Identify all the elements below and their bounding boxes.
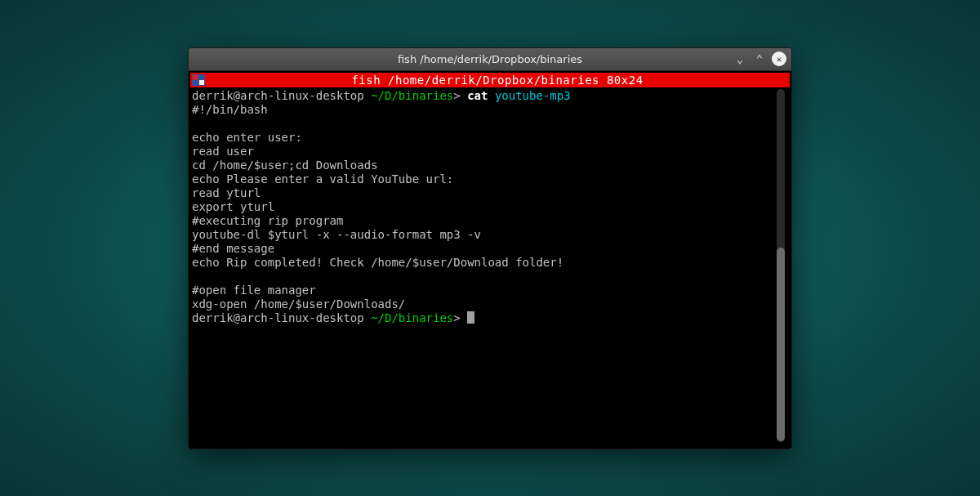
maximize-button[interactable]: ⌃ — [752, 51, 767, 66]
terminal-body: derrik@arch-linux-desktop ~/D/binaries> … — [190, 87, 790, 447]
terminal-wrap: fish /home/derrik/Dropbox/binaries 80x24… — [189, 71, 791, 449]
terminal-tab-title: fish /home/derrik/Dropbox/binaries 80x24 — [205, 74, 790, 87]
scrollbar-thumb[interactable] — [777, 248, 785, 442]
terminal-app-icon — [192, 74, 205, 86]
terminal-content[interactable]: derrik@arch-linux-desktop ~/D/binaries> … — [192, 89, 773, 442]
terminal-cursor — [467, 311, 474, 324]
chevron-down-icon: ⌄ — [737, 53, 743, 65]
window-titlebar[interactable]: fish /home/derrik/Dropbox/binaries ⌄ ⌃ ✕ — [189, 48, 791, 71]
window-controls: ⌄ ⌃ ✕ — [733, 51, 786, 66]
terminal-scrollbar[interactable] — [777, 89, 785, 442]
chevron-up-icon: ⌃ — [756, 53, 763, 65]
terminal-tab-bar: fish /home/derrik/Dropbox/binaries 80x24 — [190, 73, 790, 87]
window-title: fish /home/derrik/Dropbox/binaries — [398, 53, 582, 65]
minimize-button[interactable]: ⌄ — [733, 51, 747, 66]
close-button[interactable]: ✕ — [772, 51, 786, 66]
terminal-window: fish /home/derrik/Dropbox/binaries ⌄ ⌃ ✕… — [188, 47, 792, 449]
close-icon: ✕ — [772, 51, 786, 66]
